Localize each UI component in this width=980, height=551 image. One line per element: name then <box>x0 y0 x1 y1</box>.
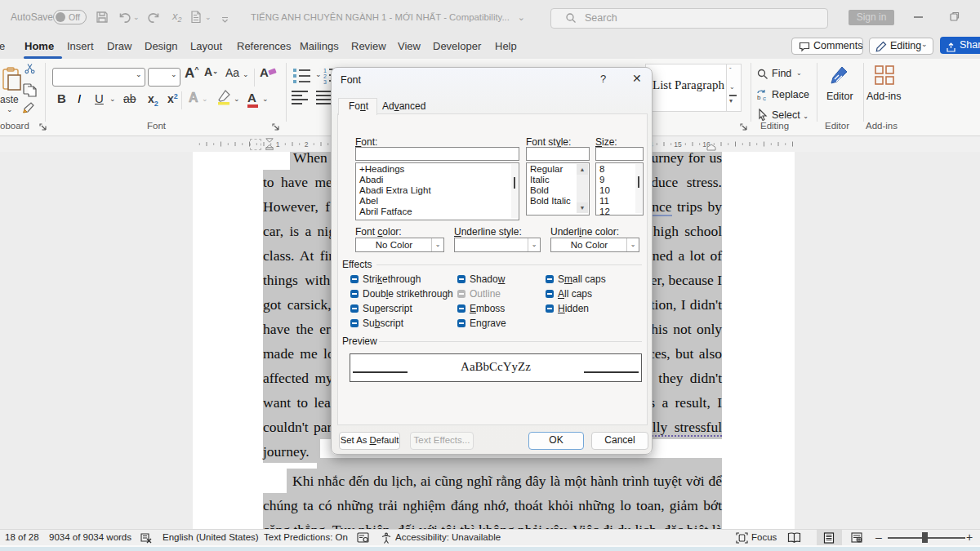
svg-text:c: c <box>763 95 766 101</box>
svg-text:b: b <box>757 94 761 101</box>
svg-text:3: 3 <box>323 79 327 84</box>
svg-text:1: 1 <box>276 140 280 149</box>
svg-text:2: 2 <box>323 73 327 79</box>
svg-text:1: 1 <box>323 68 327 73</box>
svg-text:2: 2 <box>305 140 309 149</box>
svg-text:15: 15 <box>674 140 682 149</box>
